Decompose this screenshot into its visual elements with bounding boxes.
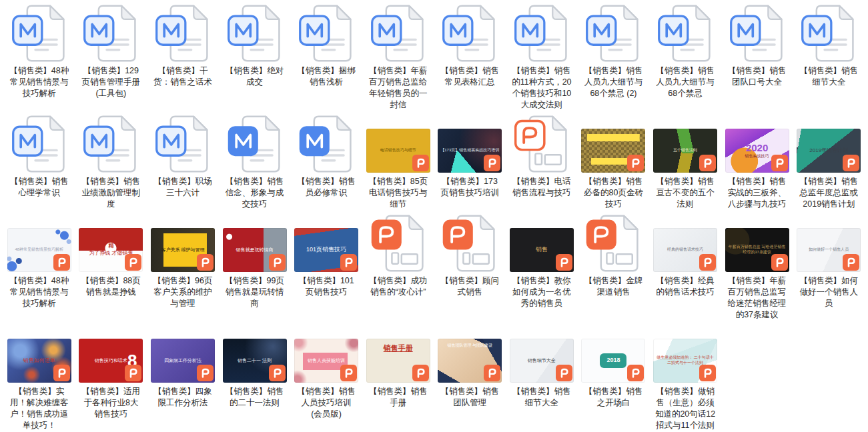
file-item[interactable]: 【销售类】销售员必修常识 <box>291 113 362 210</box>
ppt-badge-icon <box>627 155 644 171</box>
file-label: 【销售类】销售总监年度总监或2019销售计划 <box>797 176 860 210</box>
word-doc-icon <box>296 3 357 64</box>
ppt-file-solid-icon <box>368 213 429 274</box>
file-item[interactable]: 【销售类】成功销售的“攻心计” <box>363 213 434 321</box>
file-label: 【销售类】四象限工作分析法 <box>151 386 214 409</box>
file-label: 【销售类】销售人员九大细节与68个禁忌 <box>654 65 717 99</box>
ppt-thumbnail: 2018 <box>581 339 645 383</box>
file-item[interactable]: 101页销售技巧 【销售类】101页销售技巧 <box>291 213 362 321</box>
file-icon-area <box>581 113 645 175</box>
file-item[interactable]: 【销售类】干货：销售之话术 <box>147 3 218 111</box>
file-icon-area: 销售二十一 法则 <box>223 323 287 385</box>
ppt-thumbnail: 精为了挣钱 才做销售 <box>79 228 143 272</box>
file-item[interactable]: 【销售类】销售细节大全 <box>793 3 864 111</box>
file-icon-area <box>151 3 215 64</box>
file-item[interactable]: 精为了挣钱 才做销售 【销售类】88页销售就是挣钱 <box>76 213 147 321</box>
file-label: 【销售类】101页销售技巧 <box>295 275 358 298</box>
file-icon-area <box>294 113 358 175</box>
file-item[interactable]: 【销售类】销售信念、形象与成交技巧 <box>220 113 290 210</box>
thumbnail-text: 如何做好一个销售人员 <box>809 247 849 253</box>
file-item[interactable]: 【销售类】销售业绩激励管理制度 <box>76 113 147 210</box>
file-label: 【销售类】年薪百万销售总监给年轻销售员的一封信 <box>367 65 430 111</box>
file-item[interactable]: 2019年销售计划 【销售类】销售总监年度总监或2019销售计划 <box>793 113 864 210</box>
file-item[interactable]: 【销售类】职场三十六计 <box>147 113 218 210</box>
ppt-thumbnail: 客户关系 维护与管理 <box>151 228 215 272</box>
file-item[interactable]: 8销售技巧和话术 【销售类】适用于各种行业8大销售技巧 <box>76 323 147 431</box>
file-icon-area <box>510 3 574 64</box>
file-icon-area: 销售团队管理 与团队建设 <box>438 323 502 385</box>
file-label: 【销售类】干货：销售之话术 <box>151 65 214 88</box>
file-item[interactable]: 【销售类】捆绑销售浅析 <box>291 3 362 111</box>
ppt-file-solid-icon <box>582 213 644 274</box>
file-icon-area: 48种常见销售情景技巧解析 <box>7 213 71 274</box>
file-item[interactable]: 【销售类】129页销售管理手册 (工具包) <box>76 3 147 111</box>
word-doc-icon <box>9 3 70 64</box>
file-item[interactable]: 销售如何逼单 【销售类】实用！解决难缠客户！销售成功逼单技巧！ <box>4 323 75 431</box>
ppt-thumbnail: 销售就是玩转情商 <box>223 228 287 272</box>
file-item[interactable]: 电话销售技巧与细节 【销售类】85页电话销售技巧与细节 <box>363 113 434 210</box>
ppt-thumbnail: 销售如何逼单 <box>7 339 71 383</box>
file-item[interactable]: 48种常见销售情景技巧解析 【销售类】48种常见销售情景与技巧解析 <box>4 213 75 321</box>
file-item[interactable]: 【销售类】绝对成交 <box>220 3 290 111</box>
word-doc-icon <box>9 113 70 175</box>
ppt-file-solid-icon <box>439 213 500 274</box>
file-item[interactable]: 【销售类】销售必备的80页金砖技巧 <box>578 113 649 210</box>
file-item[interactable]: 销售细节大全 【销售类】销售细节大全 <box>506 323 577 431</box>
file-icon-area <box>510 113 574 175</box>
file-item[interactable]: 【销售类】销售人员九大细节与68个禁忌 <box>650 3 721 111</box>
file-item[interactable]: 【销售类】销售团队口号大全 <box>722 3 793 111</box>
file-item[interactable]: 销售 【销售类】教你如何成为一名优秀的销售员 <box>506 213 577 321</box>
file-item[interactable]: 销售二十一 法则 【销售类】销售的二十一法则 <box>220 323 290 431</box>
file-item[interactable]: 销售团队管理 与团队建设 【销售类】销售团队管理 <box>435 323 506 431</box>
ppt-thumbnail <box>581 129 645 173</box>
file-item[interactable]: 【销售类】金牌渠道销售 <box>578 213 649 321</box>
file-label: 【销售类】电话销售流程与技巧 <box>510 176 573 199</box>
file-item[interactable]: 客户关系 维护与管理 【销售类】96页客户关系的维护与管理 <box>147 213 218 321</box>
file-item[interactable]: 销售手册 【销售类】销售手册 <box>363 323 434 431</box>
file-item[interactable]: 【销售类】销售人员九大细节与68个禁忌 (2) <box>578 3 649 111</box>
ppt-badge-icon <box>556 254 572 271</box>
file-label: 【销售类】教你如何成为一名优秀的销售员 <box>510 275 573 309</box>
file-item[interactable]: 【销售类】48种常见销售情景与技巧解析 <box>4 3 75 111</box>
ppt-thumbnail: 8销售技巧和话术 <box>79 339 143 383</box>
ppt-badge-icon <box>412 365 429 381</box>
file-label: 【销售类】销售业绩激励管理制度 <box>79 176 142 210</box>
file-item[interactable]: 【销售类】销售心理学常识 <box>4 113 75 210</box>
file-label: 【销售类】销售团队管理 <box>438 386 501 409</box>
file-item[interactable]: 【销售类】销售常见表格汇总 <box>435 3 506 111</box>
file-item[interactable]: 【销售类】电话销售流程与技巧 <box>506 113 577 210</box>
file-item[interactable]: 2020销售实战技巧 【销售类】销售实战的三板斧、八步骤与九技巧 <box>722 113 793 210</box>
file-item[interactable]: 五个销售法则 【销售类】销售亘古不变的五个法则 <box>650 113 721 210</box>
file-item[interactable]: 【销售类】顾问式销售 <box>435 213 506 321</box>
file-item[interactable]: 四象限工作分析法 【销售类】四象限工作分析法 <box>147 323 218 431</box>
ppt-thumbnail: 四象限工作分析法 <box>151 339 215 383</box>
file-label: 【销售类】销售人员技巧培训 (会员版) <box>295 386 358 420</box>
file-label: 【销售类】销售信念、形象与成交技巧 <box>224 176 286 210</box>
thumbnail-text: 销售人员技能培训 <box>308 357 345 363</box>
file-item[interactable]: 销售就是玩转情商 【销售类】99页销售就是玩转情商 <box>220 213 290 321</box>
ppt-badge-icon <box>340 365 357 381</box>
file-icon-area <box>7 113 71 175</box>
file-item[interactable]: 年薪百万销售总监 写给迷茫销售经理的37条建议 【销售类】年薪百万销售总监写给迷… <box>722 213 793 321</box>
file-item[interactable]: 如何做好一个销售人员 【销售类】如何做好一个销售人员 <box>793 213 864 321</box>
ppt-badge-icon <box>699 365 716 381</box>
file-item[interactable]: 做生意必须知道的： 二十句话十二招式与十一个法则 【销售类】做销售（生意）必须知… <box>650 323 721 431</box>
thumbnail-text: 电话销售技巧与细节 <box>380 148 416 153</box>
file-label: 【销售类】职场三十六计 <box>151 176 214 199</box>
file-label: 【销售类】88页销售就是挣钱 <box>79 275 142 298</box>
ppt-thumbnail: 销售人员技能培训 <box>294 339 358 383</box>
ppt-thumbnail: 销售手册 <box>366 339 430 383</box>
file-label: 【销售类】销售的二十一法则 <box>224 386 286 409</box>
word-doc-icon <box>152 3 213 64</box>
file-label: 【销售类】做销售（生意）必须知道的20句话12招式与11个法则 <box>654 386 717 431</box>
thumbnail-text: 【173页】销售精英实战技巧培训 <box>440 148 499 153</box>
ppt-badge-icon <box>269 365 286 381</box>
file-item[interactable]: 【173页】销售精英实战技巧培训 【销售类】173页销售技巧培训 <box>435 113 506 210</box>
file-item[interactable]: 【销售类】销售的11种方式，20个销售技巧和10大成交法则 <box>506 3 577 111</box>
file-item[interactable]: 2018 【销售类】销售之开场白 <box>578 323 649 431</box>
word-doc-icon <box>224 3 286 64</box>
file-item[interactable]: 经典的销售话术技巧 【销售类】经典的销售话术技巧 <box>650 213 721 321</box>
file-item[interactable]: 【销售类】年薪百万销售总监给年轻销售员的一封信 <box>363 3 434 111</box>
file-item[interactable]: 销售人员技能培训 【销售类】销售人员技巧培训 (会员版) <box>291 323 362 431</box>
file-icon-area <box>653 3 717 64</box>
